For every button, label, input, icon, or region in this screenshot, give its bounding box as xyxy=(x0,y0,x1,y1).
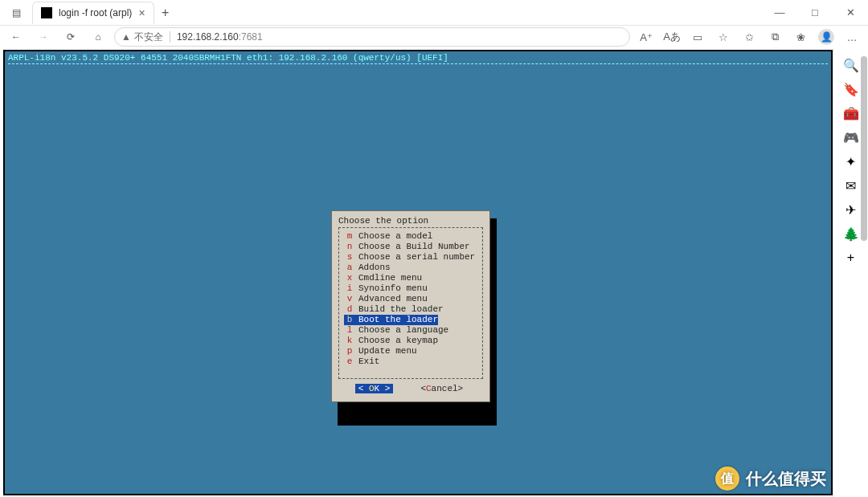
menu-item-label: Synoinfo menu xyxy=(355,283,428,294)
translate-icon[interactable]: Aあ xyxy=(661,26,683,48)
tab-close-icon[interactable]: × xyxy=(138,6,145,19)
copilot-icon[interactable]: ✦ xyxy=(839,149,863,173)
menu-item-key: b xyxy=(344,315,355,325)
warning-icon: ▲ xyxy=(121,31,131,43)
menu-item-key: n xyxy=(344,242,355,252)
people-icon[interactable]: 🎮 xyxy=(839,125,863,149)
url-text: 192.168.2.160:7681 xyxy=(177,31,263,43)
outlook-icon[interactable]: ✉ xyxy=(839,173,863,198)
browser-tab[interactable]: login -f root (arpl) × xyxy=(32,2,154,24)
watermark-text: 什么值得买 xyxy=(746,468,826,490)
dialog-menu: mChoose a modelnChoose a Build NumbersCh… xyxy=(338,227,483,379)
ok-button[interactable]: < OK > xyxy=(355,384,394,393)
back-button[interactable]: ← xyxy=(5,26,27,48)
favorites-bar-icon[interactable]: ✩ xyxy=(738,26,760,48)
extensions-icon[interactable]: ❀ xyxy=(789,26,812,48)
menu-item-key: l xyxy=(344,325,355,336)
menu-item-key: a xyxy=(344,263,355,273)
scrollbar-thumb[interactable] xyxy=(861,56,867,241)
menu-item-key: s xyxy=(344,252,355,263)
more-menu-button[interactable]: … xyxy=(841,26,863,48)
add-icon[interactable]: + xyxy=(839,246,863,270)
send-icon[interactable]: ✈ xyxy=(839,198,863,222)
menu-item[interactable]: lChoose a language xyxy=(344,325,477,336)
edge-side-rail: 🔍🔖🧰🎮✦✉✈🌲+ xyxy=(833,48,868,497)
menu-item[interactable]: aAddons xyxy=(344,263,477,273)
terminal-viewport[interactable]: ARPL-i18n v23.5.2 DS920+ 64551 2040SBRMH… xyxy=(3,50,833,495)
menu-item[interactable]: eExit xyxy=(344,356,477,367)
site-security-warning: ▲ 不安全 xyxy=(121,31,163,44)
tab-title: login -f root (arpl) xyxy=(59,7,132,18)
home-button[interactable]: ⌂ xyxy=(87,26,109,48)
tree-icon[interactable]: 🌲 xyxy=(839,222,863,246)
menu-item-label: Exit xyxy=(355,356,379,367)
menu-item-label: Cmdline menu xyxy=(355,273,422,283)
favorite-icon[interactable]: ☆ xyxy=(712,26,735,48)
menu-item[interactable]: mChoose a model xyxy=(344,231,477,242)
menu-item-label: Update menu xyxy=(355,346,417,356)
menu-item[interactable]: pUpdate menu xyxy=(344,346,477,356)
minimize-button[interactable]: — xyxy=(762,0,797,26)
cancel-button[interactable]: <Cancel> xyxy=(417,384,466,393)
shopping-icon[interactable]: 🧰 xyxy=(839,101,863,125)
maximize-button[interactable]: □ xyxy=(797,0,833,26)
menu-item[interactable]: nChoose a Build Number xyxy=(344,242,477,252)
menu-item-label: Build the loader xyxy=(355,304,444,315)
menu-item-label: Addons xyxy=(355,263,391,273)
menu-item-label: Choose a language xyxy=(355,325,448,336)
menu-item[interactable]: dBuild the loader xyxy=(344,304,477,315)
watermark: 值 什么值得买 xyxy=(715,466,826,491)
menu-item-label: Advanced menu xyxy=(355,294,428,304)
tab-favicon xyxy=(41,7,52,18)
menu-item-label: Boot the loader xyxy=(355,315,438,325)
menu-item[interactable]: xCmdline menu xyxy=(344,273,477,283)
dialog-title: Choose the option xyxy=(338,216,483,226)
new-tab-button[interactable]: + xyxy=(154,6,177,20)
menu-item-key: k xyxy=(344,336,355,346)
tab-actions-icon[interactable]: ▤ xyxy=(3,0,29,26)
collections-icon[interactable]: ⧉ xyxy=(764,26,786,48)
menu-item-key: p xyxy=(344,346,355,356)
read-aloud-icon[interactable]: A⁺ xyxy=(635,26,657,48)
address-bar: ← → ⟳ ⌂ ▲ 不安全 192.168.2.160:7681 A⁺ Aあ ▭… xyxy=(0,26,868,48)
menu-item[interactable]: kChoose a keymap xyxy=(344,336,477,346)
option-dialog: Choose the option mChoose a modelnChoose… xyxy=(331,210,490,402)
menu-item-key: e xyxy=(344,356,355,367)
window-titlebar: ▤ login -f root (arpl) × + — □ ✕ xyxy=(0,0,868,26)
menu-item-label: Choose a Build Number xyxy=(355,242,470,252)
insecure-label: 不安全 xyxy=(134,31,163,44)
menu-item-key: v xyxy=(344,294,355,304)
forward-button[interactable]: → xyxy=(32,26,55,48)
refresh-button[interactable]: ⟳ xyxy=(59,26,82,48)
menu-item[interactable]: vAdvanced menu xyxy=(344,294,477,304)
menu-item-label: Choose a model xyxy=(355,231,432,242)
window-close-button[interactable]: ✕ xyxy=(833,0,868,26)
menu-item[interactable]: iSynoinfo menu xyxy=(344,283,477,294)
menu-item-key: d xyxy=(344,304,355,315)
terminal-divider xyxy=(8,63,828,64)
menu-item-key: i xyxy=(344,283,355,294)
profile-avatar[interactable]: 👤 xyxy=(815,26,837,48)
tag-icon[interactable]: 🔖 xyxy=(839,77,863,101)
menu-item-key: x xyxy=(344,273,355,283)
separator xyxy=(170,31,170,43)
menu-item-key: m xyxy=(344,231,355,242)
search-icon[interactable]: 🔍 xyxy=(839,53,863,77)
terminal-header-line: ARPL-i18n v23.5.2 DS920+ 64551 2040SBRMH… xyxy=(5,51,831,63)
menu-item[interactable]: bBoot the loader xyxy=(344,315,477,325)
watermark-badge: 值 xyxy=(715,466,739,491)
menu-item[interactable]: sChoose a serial number xyxy=(344,252,477,263)
menu-item-label: Choose a serial number xyxy=(355,252,475,263)
side-scrollbar[interactable] xyxy=(861,48,867,497)
reader-icon[interactable]: ▭ xyxy=(686,26,709,48)
menu-item-label: Choose a keymap xyxy=(355,336,438,346)
url-input[interactable]: ▲ 不安全 192.168.2.160:7681 xyxy=(114,27,630,47)
